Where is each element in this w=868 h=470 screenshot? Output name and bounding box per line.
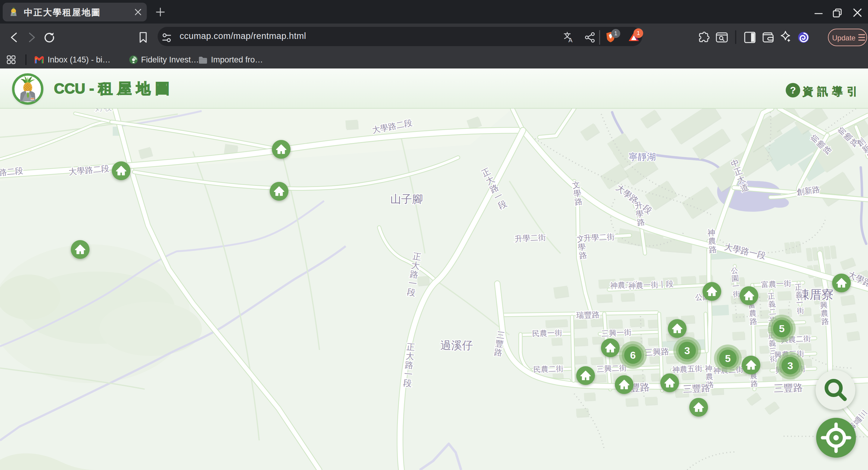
- svg-text:三豐路: 三豐路: [683, 383, 711, 394]
- svg-text:三興二街: 三興二街: [596, 363, 627, 373]
- svg-text:寧靜湖: 寧靜湖: [629, 152, 656, 162]
- svg-text:三興路: 三興路: [644, 347, 669, 357]
- svg-text:升學二街: 升學二街: [515, 233, 546, 243]
- svg-text:5: 5: [779, 323, 785, 334]
- svg-text:6: 6: [630, 349, 636, 361]
- svg-text:過溪仔: 過溪仔: [440, 339, 473, 351]
- svg-text:升學二街: 升學二街: [583, 232, 615, 242]
- svg-text:5: 5: [725, 353, 731, 364]
- svg-text:民農一街: 民農一街: [532, 328, 562, 337]
- svg-text:三興一街: 三興一街: [601, 328, 632, 337]
- svg-text:富農一街: 富農一街: [761, 279, 792, 289]
- svg-text:神農五街: 神農五街: [672, 364, 703, 374]
- svg-text:3: 3: [684, 345, 690, 356]
- svg-text:山子腳: 山子腳: [390, 193, 423, 205]
- svg-text:3: 3: [787, 360, 793, 371]
- svg-text:A: A: [568, 37, 572, 43]
- svg-text:民農二街: 民農二街: [533, 364, 564, 374]
- svg-text:瑞豐路: 瑞豐路: [576, 310, 600, 320]
- svg-text:三豐路: 三豐路: [774, 382, 803, 394]
- svg-text:好收: 好收: [95, 109, 112, 112]
